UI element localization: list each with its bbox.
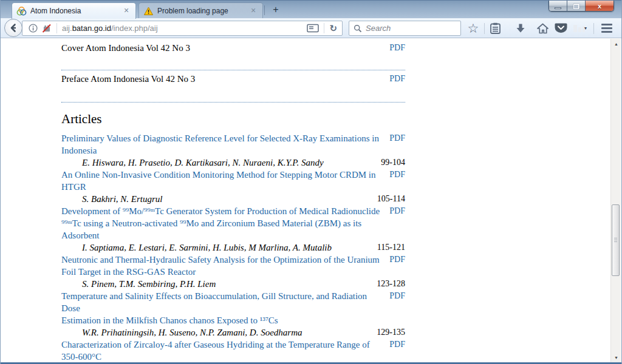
article-title-link[interactable]: Characterization of Zircaloy-4 after Gas… [61,339,370,362]
tab-close-icon[interactable]: × [121,6,131,16]
star-icon: ☆ [468,22,479,35]
back-arrow-icon [9,23,18,33]
article-row: Preliminary Values of Diagnostic Referen… [61,132,405,169]
search-placeholder: Search [366,24,391,33]
pdf-link[interactable]: PDF [389,205,405,217]
bookmark-star-button[interactable]: ☆ [465,20,482,36]
toc-item-title: Cover Atom Indonesia Vol 42 No 3 [61,43,190,53]
clipboard-icon [490,22,501,34]
article-authors: W.R. Prihatiningsih, H. Suseno, N.P. Zam… [61,326,302,339]
tab-title: Atom Indonesia [30,7,121,15]
article-row: An Online Non-Invasive Condition Monitor… [61,169,405,205]
search-box[interactable]: Search [349,21,461,36]
download-arrow-icon [515,23,526,34]
restore-icon [573,4,579,9]
pocket-icon [555,22,567,34]
article-pages: 123-128 [377,278,405,290]
url-bar[interactable]: aij.batan.go.id/index.php/aij ↻ [22,21,343,36]
article-title-link[interactable]: Preliminary Values of Diagnostic Referen… [61,132,379,157]
article-title-link[interactable]: Development of ⁹⁹Mo/⁹⁹ᵐTc Generator Syst… [61,205,380,241]
article-row: Characterization of Zircaloy-4 after Gas… [61,339,405,362]
article-pages: 99-104 [381,157,405,169]
toc-row-preface: Preface Atom Indonesia Vol 42 No 3 PDF [61,70,405,103]
article-authors: I. Saptiama, E. Lestari, E. Sarmini, H. … [61,241,332,254]
tab-problem-loading-page[interactable]: Problem loading page × [138,2,263,19]
urlbar-separator [324,23,324,33]
article-row: Temperature and Salinity Effects on Bioa… [61,290,405,339]
article-authors: S. Pinem, T.M. Sembiring, P.H. Liem [61,278,216,290]
back-button[interactable] [4,19,22,37]
minimize-icon [555,7,561,9]
window-controls: x [549,1,614,12]
pdf-link[interactable]: PDF [389,290,405,302]
blocked-plugin-icon[interactable] [42,24,52,33]
downloads-button[interactable] [512,20,529,36]
article-authors: S. Bakhri, N. Ertugrul [61,193,163,205]
scroll-down-button[interactable]: ▼ [611,352,621,362]
scroll-up-button[interactable]: ▲ [611,39,621,49]
tab-title: Problem loading page [157,7,248,15]
minimize-button[interactable] [549,1,567,12]
tab-atom-indonesia[interactable]: Atom Indonesia × [12,2,136,19]
site-info-icon[interactable] [29,24,38,33]
home-icon [537,23,549,34]
vertical-scrollbar[interactable]: ▲ ▼ [610,39,621,362]
close-button[interactable]: x [586,1,613,12]
scrollbar-thumb[interactable] [612,204,620,276]
toolbar-separator [484,23,485,34]
article-row: Development of ⁹⁹Mo/⁹⁹ᵐTc Generator Syst… [61,205,405,254]
article-authors: E. Hiswara, H. Prasetio, D. Kartikasari,… [61,157,324,169]
article-pages: 129-135 [377,326,405,339]
article-pages: 115-121 [377,241,405,254]
tab-close-icon[interactable]: × [248,6,258,16]
article-title-link[interactable]: Temperature and Salinity Effects on Bioa… [61,290,383,326]
reload-icon[interactable]: ↻ [329,23,337,34]
close-icon: x [598,2,601,10]
new-tab-button[interactable]: + [268,4,284,16]
toolbar-separator [593,23,594,34]
home-button[interactable] [534,20,551,36]
article-pages: 105-114 [377,193,405,205]
warning-icon [143,6,154,16]
pdf-link[interactable]: PDF [389,339,405,351]
menu-button[interactable] [598,20,615,36]
toc-item-title: Preface Atom Indonesia Vol 42 No 3 [61,74,195,84]
pdf-link[interactable]: PDF [389,74,405,84]
extension-dropdown-button[interactable]: ▾ [581,20,590,36]
tabbar-separator [264,5,265,15]
url-text[interactable]: aij.batan.go.id/index.php/aij [62,24,158,33]
url-subdomain: aij. [62,24,72,33]
article-title-link[interactable]: An Online Non-Invasive Condition Monitor… [61,169,375,193]
pdf-link[interactable]: PDF [389,132,405,144]
atom-indonesia-favicon-icon [16,6,27,16]
url-path: /index.php/aij [111,24,158,33]
scrollbar-grip [614,238,617,243]
chevron-down-icon: ▾ [584,25,587,31]
page-content: Cover Atom Indonesia Vol 42 No 3 PDF Pre… [1,39,610,362]
hamburger-icon [601,24,612,33]
bookmarks-menu-button[interactable] [487,20,504,36]
search-icon [354,24,362,33]
toc-row-cover: Cover Atom Indonesia Vol 42 No 3 PDF [61,42,405,70]
pdf-link[interactable]: PDF [389,43,405,53]
url-domain: batan.go.id [72,24,111,33]
section-heading: Articles [61,112,405,127]
titlebar[interactable]: Atom Indonesia × Problem loading page × … [1,0,621,18]
article-row: Neutronic and Thermal-Hydraulic Safety A… [61,254,405,290]
pocket-button[interactable] [552,20,569,36]
browser-window: { "window": { "tabs": [ { "title": "Atom… [0,0,622,364]
pdf-link[interactable]: PDF [389,254,405,266]
urlbar-separator [56,23,57,33]
restore-button[interactable] [567,1,586,12]
reader-mode-icon[interactable] [307,24,319,33]
navigation-toolbar: aij.batan.go.id/index.php/aij ↻ Search ☆ [1,18,621,38]
pdf-link[interactable]: PDF [389,169,405,181]
article-title-link[interactable]: Neutronic and Thermal-Hydraulic Safety A… [61,254,380,278]
